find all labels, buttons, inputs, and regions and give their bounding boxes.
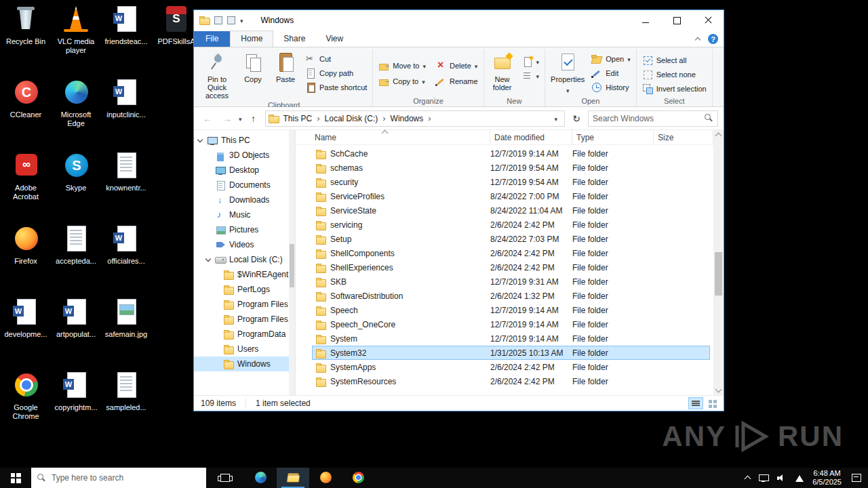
ribbon-tab-home[interactable]: Home [230,30,273,47]
desktop-icon-adobe-acrobat[interactable]: Adobe Acrobat [1,150,50,201]
desktop-icon-ccleaner[interactable]: CCleaner [1,77,50,119]
nav-item-local-disk-c[interactable]: Local Disk (C:) [194,252,290,267]
nav-item-programdata[interactable]: ProgramData [194,327,290,342]
file-row-shellexperiences[interactable]: ShellExperiences2/6/2024 2:42 PMFile fol… [312,260,710,274]
file-row-speech-onecore[interactable]: Speech_OneCore12/7/2019 9:14 AMFile fold… [312,317,710,331]
hidden-icons-chevron-icon[interactable] [745,476,751,483]
file-row-softwaredistribution[interactable]: SoftwareDistribution2/6/2024 1:32 PMFile… [312,289,710,303]
history-button[interactable]: History [588,80,633,94]
nav-item-users[interactable]: Users [194,342,290,357]
desktop-icon-copyrightm[interactable]: copyrightm... [52,370,100,412]
maximize-button[interactable] [661,10,692,30]
nav-item-3d-objects[interactable]: 3D Objects [194,148,290,163]
expand-chevron-icon[interactable] [205,256,212,263]
refresh-icon[interactable] [568,110,585,127]
new-folder-button[interactable]: New folder [486,49,519,92]
taskbar-app-firefox[interactable] [309,468,342,488]
taskbar-search-box[interactable] [31,468,206,488]
desktop-icon-sampleled[interactable]: sampleled... [102,370,151,412]
easy-access-button[interactable] [519,68,543,83]
ribbon-tab-file[interactable]: File [194,31,230,47]
volume-icon[interactable] [777,474,787,482]
nav-item-perflogs[interactable]: PerfLogs [194,282,290,297]
back-button[interactable] [199,110,216,127]
file-row-schemas[interactable]: schemas12/7/2019 9:54 AMFile folder [312,161,710,175]
desktop-icon-vlc-media-player[interactable]: VLC media player [52,4,100,55]
move-to-button[interactable]: Move to [375,58,429,73]
ribbon-tab-share[interactable]: Share [273,31,315,47]
file-row-servicestate[interactable]: ServiceState8/24/2022 11:04 AMFile folde… [312,203,710,218]
scroll-up-icon[interactable] [715,133,722,140]
large-icons-view-button[interactable] [705,397,720,409]
file-row-security[interactable]: security12/7/2019 9:54 AMFile folder [312,175,710,189]
nav-item-program-files[interactable]: Program Files... [194,312,290,327]
cut-button[interactable]: Cut [302,52,370,66]
nav-item-this-pc[interactable]: This PC [194,133,290,148]
desktop-icon-recycle-bin[interactable]: Recycle Bin [1,4,50,46]
desktop-icon-firefox[interactable]: Firefox [1,224,50,266]
search-input[interactable] [593,114,705,123]
details-view-button[interactable] [688,397,703,409]
rename-button[interactable]: Rename [432,74,481,88]
nav-scrollbar[interactable] [289,130,295,395]
desktop-icon-artpopulat[interactable]: artpopulat... [52,297,100,339]
file-row-systemapps[interactable]: SystemApps2/6/2024 2:42 PMFile folder [312,360,710,374]
recent-locations-icon[interactable] [239,114,242,123]
nav-item-downloads[interactable]: Downloads [194,192,290,207]
up-button[interactable] [245,110,262,127]
scrollbar-thumb[interactable] [715,252,722,296]
column-header-type[interactable]: Type [572,130,654,144]
file-row-servicing[interactable]: servicing2/6/2024 2:42 PMFile folder [312,218,710,232]
copy-to-button[interactable]: Copy to [375,74,429,88]
file-row-skb[interactable]: SKB12/7/2019 9:31 AMFile folder [312,274,710,289]
properties-button[interactable]: Properties [547,49,588,96]
breadcrumb-item-this-pc[interactable]: This PC [279,114,317,123]
desktop-icon-google-chrome[interactable]: Google Chrome [1,370,50,421]
file-row-speech[interactable]: Speech12/7/2019 9:14 AMFile folder [312,303,710,317]
new-item-button[interactable] [519,54,543,68]
close-button[interactable] [692,10,724,30]
qat-properties-icon[interactable] [214,16,222,24]
invert-selection-button[interactable]: Invert selection [639,81,710,96]
select-none-button[interactable]: Select none [639,67,710,81]
ribbon-tab-view[interactable]: View [315,31,353,47]
breadcrumb[interactable]: This PCLocal Disk (C:)Windows [265,110,565,127]
qat-newfolder-icon[interactable] [227,16,235,24]
desktop-icon-friendsteac[interactable]: friendsteac... [102,4,151,46]
taskbar-app-edge[interactable] [244,468,277,488]
delete-button[interactable]: Delete [432,58,481,73]
file-row-setup[interactable]: Setup8/24/2022 7:03 PMFile folder [312,232,710,246]
search-icon[interactable] [705,114,713,123]
qat-customize-icon[interactable] [240,16,243,25]
column-header-size[interactable]: Size [654,130,713,144]
desktop-icon-officialres[interactable]: officialres... [102,224,151,266]
desktop-icon-inputclinic[interactable]: inputclinic... [102,77,151,119]
minimize-button[interactable] [630,10,661,30]
taskbar-app-file-explorer[interactable] [277,468,309,488]
desktop-icon-microsoft-edge[interactable]: Microsoft Edge [52,77,100,128]
minimize-ribbon-icon[interactable] [695,37,701,43]
search-box[interactable] [588,110,718,127]
breadcrumb-item-local-disk-c[interactable]: Local Disk (C:) [320,114,383,123]
breadcrumb-separator-icon[interactable] [428,113,431,123]
file-row-shellcomponents[interactable]: ShellComponents2/6/2024 2:42 PMFile fold… [312,246,710,260]
nav-item-desktop[interactable]: Desktop [194,163,290,178]
nav-item-program-files[interactable]: Program Files [194,297,290,312]
edit-button[interactable]: Edit [588,66,633,80]
open-button[interactable]: Open [588,52,633,66]
desktop-icon-knownentr[interactable]: knownentr... [102,150,151,192]
desktop-icon-developme[interactable]: developme... [1,297,50,339]
nav-item-music[interactable]: Music [194,207,290,222]
nav-item-videos[interactable]: Videos [194,237,290,252]
nav-item-documents[interactable]: Documents [194,178,290,192]
column-header-name[interactable]: Name [296,130,490,144]
desktop-icon-accepteda[interactable]: accepteda... [52,224,100,266]
desktop-icon-safemain-jpg[interactable]: safemain.jpg [102,297,151,339]
start-button[interactable] [0,468,31,488]
copy-path-button[interactable]: Copy path [302,66,370,80]
file-row-systemresources[interactable]: SystemResources2/6/2024 2:42 PMFile fold… [312,374,710,388]
file-row-system32[interactable]: System321/31/2025 10:13 AMFile folder [312,346,710,360]
address-dropdown-icon[interactable] [550,114,561,123]
expand-chevron-icon[interactable] [197,137,203,144]
paste-shortcut-button[interactable]: Paste shortcut [302,80,370,94]
